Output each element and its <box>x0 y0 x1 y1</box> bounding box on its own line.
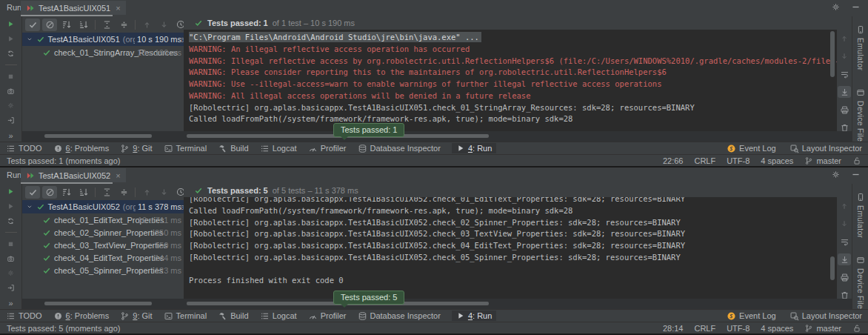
indent-setting[interactable]: 4 spaces <box>761 156 793 165</box>
camera-icon[interactable] <box>5 87 16 96</box>
file-encoding[interactable]: UTF-8 <box>727 156 750 165</box>
scroll-down-button[interactable] <box>838 50 851 62</box>
toolbar-problems[interactable]: 6: Problems <box>53 311 110 321</box>
unlock-icon[interactable] <box>852 156 861 165</box>
rerun-failed-icon[interactable] <box>5 202 16 210</box>
enter-icon[interactable] <box>5 284 16 292</box>
toolbar-run[interactable]: 4: Run <box>452 143 496 153</box>
console-output[interactable]: [Robolectric] org.aplas.basicappx.TestA1… <box>184 197 837 299</box>
toolbar-todo[interactable]: TODO <box>6 144 42 153</box>
tree-row-suite[interactable]: TestA1BasicUIX052 (org.aplas.basica 11 s… <box>22 200 184 213</box>
rerun-icon[interactable] <box>5 188 16 196</box>
enter-icon[interactable] <box>5 116 16 125</box>
toolbar-logcat[interactable]: Logcat <box>260 144 297 153</box>
console-vertical-scrollbar[interactable] <box>830 256 835 280</box>
console-output[interactable]: "C:\Program Files\Android\Android Studio… <box>184 30 837 131</box>
toolbar-logcat[interactable]: Logcat <box>260 311 297 321</box>
sort-by-duration-button[interactable] <box>76 186 91 199</box>
tree-row-test[interactable]: check_01_EditText_Properties 10 s 711 ms <box>22 213 184 226</box>
line-separator[interactable]: CRLF <box>694 156 715 165</box>
scroll-to-end-button[interactable] <box>838 86 851 98</box>
dock-emulator[interactable]: Emulator <box>856 193 865 238</box>
gear-x-icon[interactable] <box>5 102 16 110</box>
toolbar-run[interactable]: 4: Run <box>452 311 496 321</box>
scroll-up-button[interactable] <box>838 33 851 44</box>
tree-row-test[interactable]: check_03_TextView_Properties 150 ms <box>22 239 184 251</box>
event-log-button[interactable]: Event Log <box>727 144 776 153</box>
git-branch[interactable]: master <box>804 324 841 333</box>
caret-position[interactable]: 22:66 <box>663 156 684 165</box>
hide-window-icon[interactable] <box>851 170 861 179</box>
indent-setting[interactable]: 4 spaces <box>761 324 793 333</box>
close-icon[interactable]: × <box>116 171 120 180</box>
toolbar-terminal[interactable]: Terminal <box>164 311 207 321</box>
toolbar-problems[interactable]: 6: Problems <box>53 144 110 153</box>
test-history-button[interactable] <box>173 19 184 31</box>
chevron-down-icon[interactable] <box>26 203 33 210</box>
previous-failed-button[interactable] <box>139 19 154 31</box>
chevron-down-icon[interactable] <box>26 36 33 43</box>
show-passed-button[interactable] <box>25 19 40 31</box>
soft-wrap-button[interactable] <box>838 236 851 248</box>
line-separator[interactable]: CRLF <box>694 324 715 333</box>
expand-all-button[interactable] <box>99 186 114 199</box>
collapse-all-button[interactable] <box>116 19 131 31</box>
tree-row-suite[interactable]: TestA1BasicUIX051 (org.aplas.basica 10 s… <box>22 33 184 46</box>
camera-icon[interactable] <box>5 255 16 263</box>
print-button[interactable] <box>838 271 851 283</box>
tree-horizontal-scrollbar[interactable] <box>44 302 152 305</box>
caret-position[interactable]: 28:14 <box>663 324 684 333</box>
sort-by-duration-button[interactable] <box>76 19 91 31</box>
toolbar-todo[interactable]: TODO <box>6 311 42 321</box>
stop-icon[interactable] <box>5 73 16 81</box>
tree-horizontal-scrollbar[interactable] <box>44 134 152 138</box>
show-ignored-button[interactable] <box>42 186 57 199</box>
toolbar-database-inspector[interactable]: Database Inspector <box>358 144 441 153</box>
toolbar-build[interactable]: Build <box>218 144 248 153</box>
dock-emulator[interactable]: Emulator <box>856 25 865 70</box>
show-passed-button[interactable] <box>25 186 40 199</box>
toolbar-terminal[interactable]: Terminal <box>164 144 207 153</box>
toolbar-git[interactable]: 9: Git <box>120 144 152 153</box>
previous-failed-button[interactable] <box>139 186 154 199</box>
expand-all-button[interactable] <box>99 19 114 31</box>
run-tab[interactable]: TestA1BasicUIX051 × <box>21 1 126 15</box>
toolbar-git[interactable]: 9: Git <box>120 311 152 321</box>
next-failed-button[interactable] <box>156 186 171 199</box>
strip-more-chevron[interactable]: » <box>8 131 13 140</box>
auto-test-icon[interactable] <box>5 217 16 225</box>
console-vertical-scrollbar[interactable] <box>830 31 835 77</box>
test-history-button[interactable] <box>173 186 184 199</box>
rerun-icon[interactable] <box>5 20 16 28</box>
toolbar-profiler[interactable]: Profiler <box>308 311 347 321</box>
auto-test-icon[interactable] <box>5 50 16 58</box>
tree-row-test[interactable]: check_05_Spinner_Properties 123 ms <box>22 264 184 276</box>
layout-inspector-button[interactable]: Layout Inspector <box>789 144 862 153</box>
soft-wrap-button[interactable] <box>838 68 851 80</box>
scroll-to-end-button[interactable] <box>838 253 851 265</box>
gear-icon[interactable] <box>831 170 841 179</box>
stop-icon[interactable] <box>5 240 16 248</box>
tree-row-test[interactable]: check_04_EditText_Properties 144 ms <box>22 251 184 264</box>
run-tab[interactable]: TestA1BasicUIX052 × <box>21 168 126 182</box>
scroll-down-button[interactable] <box>838 218 851 230</box>
toolbar-profiler[interactable]: Profiler <box>308 144 347 153</box>
rerun-failed-icon[interactable] <box>5 35 16 43</box>
tree-row-test[interactable]: check_02_Spinner_Properties 250 ms <box>22 226 184 239</box>
collapse-all-button[interactable] <box>116 186 131 199</box>
gear-x-icon[interactable] <box>5 269 16 277</box>
show-ignored-button[interactable] <box>42 19 57 31</box>
gear-icon[interactable] <box>831 2 841 12</box>
unlock-icon[interactable] <box>852 324 861 333</box>
hide-window-icon[interactable] <box>851 2 861 12</box>
print-button[interactable] <box>838 104 851 116</box>
git-branch[interactable]: master <box>804 156 841 165</box>
layout-inspector-button[interactable]: Layout Inspector <box>789 311 862 321</box>
strip-more-chevron[interactable]: » <box>8 299 13 308</box>
close-icon[interactable]: × <box>116 4 120 13</box>
sort-alphabetically-button[interactable] <box>59 186 74 199</box>
sort-alphabetically-button[interactable] <box>59 19 74 31</box>
scroll-up-button[interactable] <box>838 200 851 212</box>
event-log-button[interactable]: Event Log <box>727 311 776 321</box>
file-encoding[interactable]: UTF-8 <box>727 324 750 333</box>
